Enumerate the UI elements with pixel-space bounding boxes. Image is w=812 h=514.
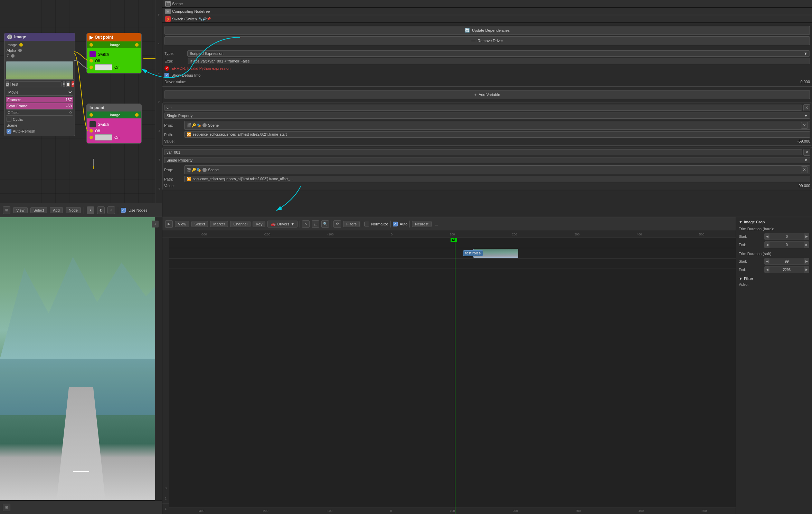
- trim-soft-start-dec[interactable]: ◀: [765, 258, 769, 264]
- var2-name-input[interactable]: [164, 149, 802, 155]
- image-socket-3[interactable]: [11, 54, 15, 58]
- var2-path-value[interactable]: 🔀 sequence_editor.sequences_all["test ro…: [184, 176, 810, 182]
- seq-select-box-btn[interactable]: ⬚: [312, 220, 319, 228]
- trim-soft-end-stepper[interactable]: ◀ 2296 ▶: [764, 266, 809, 273]
- view-btn[interactable]: View: [13, 207, 28, 213]
- seq-channels: 3 2 1: [162, 238, 169, 514]
- seq-cursor-btn[interactable]: ↖: [302, 220, 310, 228]
- image-name-input[interactable]: [10, 81, 62, 87]
- auto-refresh-checkbox[interactable]: ✓: [7, 129, 11, 134]
- trim-hard-start-dec[interactable]: ◀: [765, 233, 769, 240]
- trim-hard-end-inc[interactable]: ▶: [804, 242, 809, 248]
- debug-checkbox[interactable]: ✓: [164, 73, 169, 78]
- filter-header[interactable]: ▼ Filter: [739, 277, 809, 281]
- in-off-on-row: Off: [87, 128, 141, 134]
- image-socket-1[interactable]: [19, 43, 23, 47]
- scene-label-node: Scene: [6, 123, 73, 128]
- add-variable-btn[interactable]: + Add Variable: [164, 90, 810, 99]
- select-btn[interactable]: Select: [30, 207, 47, 213]
- var2-prop-icons: 🎬🔑🎭: [187, 168, 201, 172]
- seq-zoom-btn[interactable]: 🔍: [321, 220, 329, 228]
- expr-field[interactable]: if abs(var)+var_001 < frame# False: [188, 58, 810, 64]
- seq-select-btn[interactable]: Select: [191, 221, 208, 227]
- in-off-socket[interactable]: [89, 129, 93, 133]
- seq-filter-icon-btn[interactable]: ⚙: [333, 220, 341, 228]
- viewport-add-btn[interactable]: +: [152, 221, 159, 227]
- normalize-checkbox[interactable]: [364, 222, 369, 226]
- seq-icon-btn[interactable]: ▶: [165, 220, 173, 228]
- filter-label: Filter: [744, 277, 753, 281]
- var1-path-value[interactable]: 🔀 sequence_editor.sequences_all["test ro…: [184, 131, 810, 138]
- out-on-socket[interactable]: [89, 66, 93, 69]
- var1-name-input[interactable]: [164, 105, 802, 111]
- in-toggle-btn[interactable]: [95, 134, 112, 140]
- img-props-btn2[interactable]: 📋: [66, 81, 70, 87]
- add-btn[interactable]: Add: [50, 207, 63, 213]
- var2-prop-value[interactable]: 🎬🔑🎭 Scene ✕: [184, 165, 810, 174]
- type-label: Type:: [164, 51, 185, 56]
- nearest-btn[interactable]: Nearest: [412, 221, 432, 227]
- viewport-icon-btn[interactable]: ⊞: [3, 504, 10, 511]
- var2-delete-btn[interactable]: ✕: [803, 149, 810, 156]
- use-nodes-label: Use Nodes: [129, 208, 147, 212]
- seq-key-btn[interactable]: Key: [253, 221, 265, 227]
- seq-drivers-btn[interactable]: 🚗 Drivers ▼: [267, 221, 298, 227]
- channel-1: 1: [162, 504, 169, 514]
- trim-hard-end-dec[interactable]: ◀: [765, 242, 769, 248]
- image-type-select[interactable]: Movie: [6, 89, 73, 96]
- trim-soft-end-inc[interactable]: ▶: [804, 266, 809, 273]
- trim-hard-end-stepper[interactable]: ◀ 0 ▶: [764, 241, 809, 248]
- trim-soft-start-row: Start: ◀ 99 ▶: [739, 257, 809, 265]
- in-point-output-socket[interactable]: [135, 113, 139, 117]
- type-select[interactable]: Scripted Expression ▼: [187, 50, 810, 57]
- normalize-row: Normalize: [364, 222, 388, 226]
- trim-hard-start-inc[interactable]: ▶: [804, 233, 809, 240]
- node-btn[interactable]: Node: [66, 207, 81, 213]
- var1-type-select[interactable]: Single Property ▼: [164, 113, 810, 119]
- var1-prop-close[interactable]: ✕: [801, 122, 808, 129]
- seq-marker-btn[interactable]: Marker: [210, 221, 228, 227]
- trim-hard-section: Trim Duration (hard): Start: ◀ 0 ▶ End: …: [739, 227, 809, 249]
- auto-row: ✓ Auto: [393, 222, 408, 226]
- trim-soft-start-stepper[interactable]: ◀ 99 ▶: [764, 258, 809, 265]
- var1-prop-value[interactable]: 🎬🔑🎭 Scene ✕: [184, 121, 810, 130]
- image-crop-header[interactable]: ▼ Image Crop: [739, 220, 809, 224]
- seq-clip-label[interactable]: test roles: [463, 250, 483, 256]
- seq-filters-btn[interactable]: Filters: [343, 221, 360, 227]
- img-props-close[interactable]: ✕: [72, 81, 74, 87]
- y-ruler: 6420-2-4-6: [155, 0, 162, 203]
- remove-driver-btn[interactable]: — Remove Driver: [164, 36, 810, 45]
- right-properties: ▼ Image Crop Trim Duration (hard): Start…: [736, 217, 812, 514]
- var1-delete-btn[interactable]: ✕: [803, 104, 810, 111]
- variable-2-section: ✕ Single Property ▼ Prop: 🎬🔑🎭 Scene ✕: [162, 147, 812, 190]
- out-toggle-btn[interactable]: [95, 64, 112, 70]
- node-editor-icon-btn[interactable]: ⊞: [3, 206, 10, 214]
- update-deps-btn[interactable]: 🔄 Update Dependencies: [164, 26, 810, 35]
- trim-soft-start-inc[interactable]: ▶: [804, 258, 809, 264]
- node-type-btn-1[interactable]: ●: [87, 206, 94, 214]
- cyclic-checkbox[interactable]: [7, 117, 11, 122]
- viewport-road-line: [73, 471, 89, 472]
- viewport-panel: + ⊞: [0, 217, 162, 514]
- out-point-input-socket[interactable]: [89, 43, 93, 47]
- seq-view-btn[interactable]: View: [175, 221, 189, 227]
- in-point-input-socket[interactable]: [89, 113, 93, 117]
- var2-type-select[interactable]: Single Property ▼: [164, 157, 810, 163]
- node-type-btn-3[interactable]: ○: [107, 206, 115, 214]
- image-node-header: Image: [4, 33, 75, 41]
- in-on-socket[interactable]: [89, 136, 93, 139]
- trim-hard-start-stepper[interactable]: ◀ 0 ▶: [764, 233, 809, 240]
- trim-soft-end-dec[interactable]: ◀: [765, 266, 769, 273]
- out-point-output-socket[interactable]: [135, 43, 139, 47]
- remove-driver-icon: —: [471, 38, 475, 43]
- trim-hard-start-label: Start:: [739, 235, 763, 239]
- seq-channel-btn[interactable]: Channel: [230, 221, 251, 227]
- image-socket-2[interactable]: [18, 49, 22, 52]
- img-props-btn1[interactable]: F: [63, 81, 65, 87]
- auto-checkbox[interactable]: ✓: [393, 222, 398, 226]
- trim-soft-end-val: 2296: [769, 268, 804, 272]
- node-type-btn-2[interactable]: ◐: [97, 206, 105, 214]
- var2-prop-close[interactable]: ✕: [801, 166, 808, 173]
- out-off-socket[interactable]: [89, 59, 93, 62]
- use-nodes-check[interactable]: ✓: [121, 208, 126, 213]
